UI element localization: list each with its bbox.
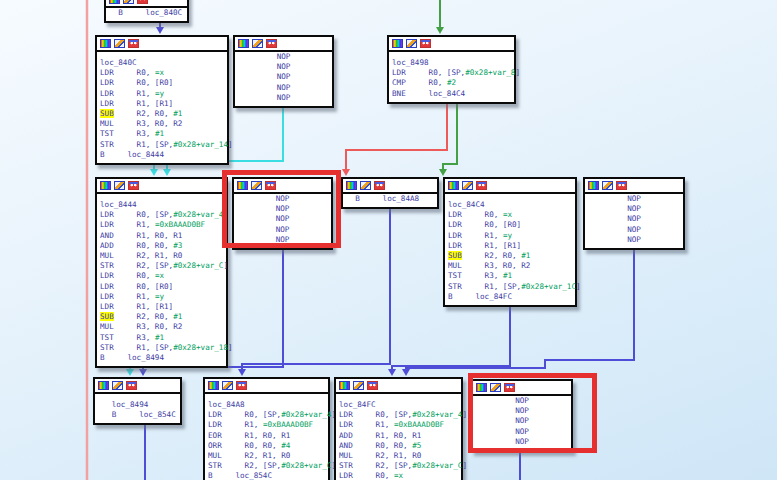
- node-code-body: loc_84FCLDR R0, [SP,#0x28+var_4]LDR R1, …: [336, 394, 461, 480]
- annotation-box-mid-nop: [222, 170, 341, 248]
- asm-line: MUL R3, R0, R2: [100, 322, 223, 332]
- edit-node-icon[interactable]: [114, 39, 125, 48]
- asm-line: LDR R0, =x: [448, 210, 572, 220]
- group-node-icon[interactable]: [128, 39, 139, 48]
- edge-arrowhead: [342, 169, 350, 176]
- node-color-icon[interactable]: [238, 39, 249, 48]
- asm-line: NOP: [238, 72, 329, 82]
- asm-line: LDR R1, =y: [100, 89, 224, 99]
- node-code-body: loc_8494 B loc_854C: [95, 394, 180, 423]
- graph-node-loc-8494[interactable]: loc_8494 B loc_854C: [93, 377, 182, 425]
- group-node-icon[interactable]: [476, 181, 487, 190]
- immediate-value: #3: [173, 241, 182, 250]
- edit-node-icon[interactable]: [360, 181, 371, 190]
- immediate-value: #0x28+var_1C: [521, 282, 576, 291]
- group-node-icon[interactable]: [126, 381, 137, 390]
- asm-line: loc_8498: [392, 58, 511, 68]
- immediate-value: #1: [521, 251, 530, 260]
- edit-node-icon[interactable]: [112, 381, 123, 390]
- node-titlebar[interactable]: [336, 379, 461, 394]
- graph-node-loc-84fc[interactable]: loc_84FCLDR R0, [SP,#0x28+var_4]LDR R1, …: [334, 377, 463, 480]
- asm-line: NOP: [588, 225, 680, 235]
- group-node-icon[interactable]: [367, 381, 378, 390]
- asm-line: CMP R0, #2: [392, 78, 511, 88]
- node-titlebar[interactable]: [445, 179, 575, 194]
- node-titlebar[interactable]: [235, 37, 332, 52]
- asm-line: LDR R1, =0xBAAAD0BF: [100, 220, 223, 230]
- asm-line: ADD R1, R0, R1: [339, 431, 458, 441]
- asm-line: EOR R1, R0, R1: [208, 431, 325, 441]
- graph-node-loc-8444[interactable]: loc_8444LDR R0, [SP,#0x28+var_4]LDR R1, …: [95, 177, 228, 368]
- graph-view-canvas[interactable]: B loc_840Cloc_840CLDR R0, =xLDR R0, [R0]…: [0, 0, 777, 480]
- immediate-value: =x: [394, 471, 403, 480]
- graph-node-loc-840c[interactable]: loc_840CLDR R0, =xLDR R0, [R0]LDR R1, =y…: [95, 35, 229, 165]
- immediate-value: #1: [173, 312, 182, 321]
- graph-node-stub-loc-84a8[interactable]: B loc_84A8: [341, 177, 439, 209]
- asm-line: LDR R1, [R1]: [100, 99, 224, 109]
- node-titlebar[interactable]: [97, 179, 226, 194]
- group-node-icon[interactable]: [266, 39, 277, 48]
- node-color-icon[interactable]: [339, 381, 350, 390]
- asm-line: TST R3, #1: [100, 333, 223, 343]
- asm-line: AND R1, R0, R1: [100, 231, 223, 241]
- node-color-icon[interactable]: [392, 39, 403, 48]
- node-color-icon[interactable]: [448, 181, 459, 190]
- asm-line: NOP: [238, 93, 329, 103]
- edge-loc8498-to-stub84a8: [346, 104, 447, 172]
- node-titlebar[interactable]: [95, 379, 180, 394]
- graph-node-loc-84a8[interactable]: loc_84A8LDR R0, [SP,#0x28+var_4]LDR R1, …: [203, 377, 330, 480]
- asm-line: LDR R0, [SP,#0x28+var_4]: [339, 410, 458, 420]
- graph-node-loc-8498[interactable]: loc_8498LDR R0, [SP,#0x28+var_8]CMP R0, …: [387, 35, 516, 104]
- node-color-icon[interactable]: [208, 381, 219, 390]
- immediate-value: #1: [503, 271, 512, 280]
- node-titlebar[interactable]: [585, 179, 683, 194]
- immediate-value: =0xBAAAD0BF: [263, 420, 313, 429]
- immediate-value: #4: [281, 441, 290, 450]
- node-titlebar[interactable]: [343, 179, 437, 194]
- edge-arrowhead: [388, 369, 396, 376]
- asm-line: SUB R2, R0, #1: [100, 109, 224, 119]
- node-titlebar[interactable]: [106, 0, 187, 8]
- immediate-value: #1: [173, 109, 182, 118]
- group-node-icon[interactable]: [137, 0, 148, 4]
- group-node-icon[interactable]: [374, 181, 385, 190]
- group-node-icon[interactable]: [128, 181, 139, 190]
- node-titlebar[interactable]: [97, 37, 227, 52]
- asm-line: B loc_84FC: [448, 292, 572, 302]
- node-color-icon[interactable]: [588, 181, 599, 190]
- graph-node-nop-block-top[interactable]: NOPNOPNOPNOPNOP: [233, 35, 334, 108]
- node-color-icon[interactable]: [98, 381, 109, 390]
- group-node-icon[interactable]: [616, 181, 627, 190]
- node-color-icon[interactable]: [100, 181, 111, 190]
- asm-line: SUB R2, R0, #1: [448, 251, 572, 261]
- edge-loc8498-to-loc84c4: [443, 104, 457, 172]
- node-titlebar[interactable]: [205, 379, 328, 394]
- node-code-body: loc_840CLDR R0, =xLDR R0, [R0]LDR R1, =y…: [97, 52, 227, 163]
- edge-arrowhead: [439, 169, 447, 176]
- edit-node-icon[interactable]: [406, 39, 417, 48]
- asm-line: LDR R0, [SP,#0x28+var_4]: [208, 410, 325, 420]
- node-color-icon[interactable]: [109, 0, 120, 4]
- asm-line: loc_84A8: [208, 400, 325, 410]
- asm-line: LDR R1, [R1]: [448, 241, 572, 251]
- node-titlebar[interactable]: [389, 37, 514, 52]
- edit-node-icon[interactable]: [252, 39, 263, 48]
- graph-node-loc-84c4[interactable]: loc_84C4LDR R0, =xLDR R0, [R0]LDR R1, =y…: [443, 177, 577, 307]
- group-node-icon[interactable]: [420, 39, 431, 48]
- asm-line: NOP: [588, 194, 680, 204]
- node-color-icon[interactable]: [346, 181, 357, 190]
- edit-node-icon[interactable]: [462, 181, 473, 190]
- asm-line: NOP: [238, 62, 329, 72]
- node-color-icon[interactable]: [100, 39, 111, 48]
- edit-node-icon[interactable]: [123, 0, 134, 4]
- edit-node-icon[interactable]: [353, 381, 364, 390]
- node-code-body: loc_84A8LDR R0, [SP,#0x28+var_4]LDR R1, …: [205, 394, 328, 480]
- graph-node-nop-block-right[interactable]: NOPNOPNOPNOPNOP: [583, 177, 685, 250]
- asm-line: NOP: [588, 235, 680, 245]
- graph-node-stub-loc-840c[interactable]: B loc_840C: [104, 0, 189, 23]
- edit-node-icon[interactable]: [222, 381, 233, 390]
- edit-node-icon[interactable]: [114, 181, 125, 190]
- edge-arrowhead: [139, 369, 147, 376]
- group-node-icon[interactable]: [236, 381, 247, 390]
- edit-node-icon[interactable]: [602, 181, 613, 190]
